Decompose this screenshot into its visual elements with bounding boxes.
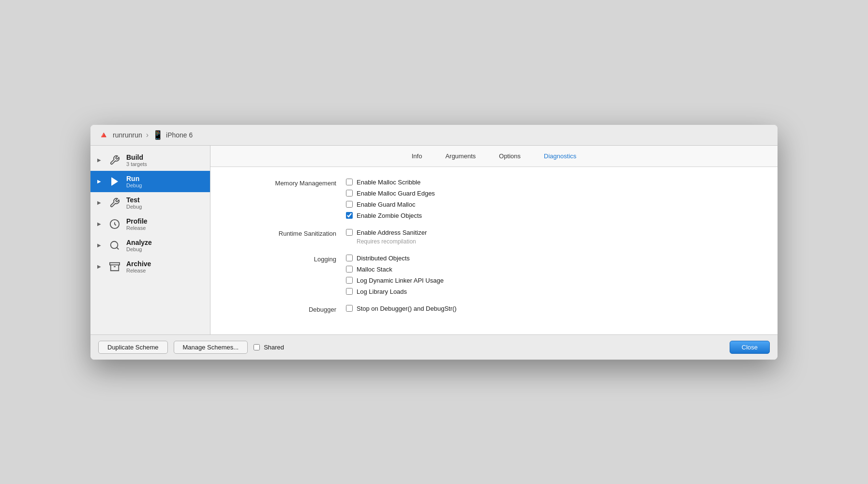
library-loads-checkbox[interactable] [346, 288, 353, 295]
distributed-objects-checkbox[interactable] [346, 255, 353, 261]
run-title: Run [126, 175, 142, 182]
debugger-label: Debugger [230, 305, 346, 313]
stop-debugger-row: Stop on Debugger() and DebugStr() [346, 305, 457, 312]
device-name: iPhone 6 [166, 131, 193, 139]
build-text: Build 3 targets [126, 153, 147, 167]
close-button[interactable]: Close [730, 341, 770, 354]
distributed-objects-label[interactable]: Distributed Objects [357, 255, 410, 262]
malloc-guard-label[interactable]: Enable Malloc Guard Edges [357, 190, 435, 197]
malloc-guard-checkbox[interactable] [346, 190, 353, 197]
svg-point-1 [111, 241, 118, 248]
sidebar-item-analyze[interactable]: ▶ Analyze Debug [90, 235, 210, 256]
expand-arrow-build: ▶ [97, 157, 103, 163]
footer: Duplicate Scheme Manage Schemes... Share… [90, 334, 778, 360]
expand-arrow-profile: ▶ [97, 221, 103, 227]
sanitization-controls: Enable Address Sanitizer Requires recomp… [346, 229, 427, 245]
zombie-objects-label[interactable]: Enable Zombie Objects [357, 212, 422, 219]
stop-debugger-checkbox[interactable] [346, 305, 353, 312]
svg-marker-0 [112, 177, 118, 185]
profile-subtitle: Release [126, 225, 148, 231]
device-icon: 📱 [152, 130, 163, 140]
titlebar: 🔺 runrunrun › 📱 iPhone 6 [90, 125, 778, 146]
address-sanitizer-label[interactable]: Enable Address Sanitizer [357, 229, 427, 236]
expand-arrow-run: ▶ [97, 179, 103, 184]
sidebar: ▶ Build 3 targets ▶ [90, 146, 210, 334]
sidebar-item-test[interactable]: ▶ Test Debug [90, 192, 210, 213]
sidebar-item-archive[interactable]: ▶ Archive Release [90, 256, 210, 277]
profile-icon [108, 217, 121, 231]
panel: Info Arguments Options Diagnostics Memor… [210, 146, 778, 334]
guard-malloc-checkbox[interactable] [346, 201, 353, 208]
address-sanitizer-checkbox[interactable] [346, 229, 353, 236]
dynamic-linker-row: Log Dynamic Linker API Usage [346, 277, 444, 284]
analyze-icon [108, 239, 121, 252]
profile-title: Profile [126, 217, 148, 225]
run-text: Run Debug [126, 175, 142, 188]
run-icon [108, 175, 121, 188]
archive-title: Archive [126, 260, 151, 268]
section-memory: Memory Management Enable Malloc Scribble… [230, 179, 758, 219]
archive-icon [108, 260, 121, 273]
expand-arrow-archive: ▶ [97, 264, 103, 269]
archive-subtitle: Release [126, 268, 151, 273]
dynamic-linker-checkbox[interactable] [346, 277, 353, 284]
logging-label: Logging [230, 255, 346, 263]
app-icon: 🔺 [98, 130, 109, 140]
malloc-stack-label[interactable]: Malloc Stack [357, 266, 392, 273]
sanitization-label: Runtime Sanitization [230, 229, 346, 237]
expand-arrow-test: ▶ [97, 200, 103, 205]
malloc-stack-checkbox[interactable] [346, 266, 353, 272]
malloc-scribble-row: Enable Malloc Scribble [346, 179, 435, 186]
section-logging: Logging Distributed Objects Malloc Stack [230, 255, 758, 295]
stop-debugger-label[interactable]: Stop on Debugger() and DebugStr() [357, 305, 457, 312]
malloc-scribble-checkbox[interactable] [346, 179, 353, 185]
debugger-controls: Stop on Debugger() and DebugStr() [346, 305, 457, 312]
guard-malloc-row: Enable Guard Malloc [346, 201, 435, 208]
tabs: Info Arguments Options Diagnostics [210, 146, 778, 167]
zombie-objects-checkbox[interactable] [346, 212, 353, 219]
tab-options[interactable]: Options [499, 151, 521, 161]
memory-controls: Enable Malloc Scribble Enable Malloc Gua… [346, 179, 435, 219]
sidebar-item-profile[interactable]: ▶ Profile Release [90, 213, 210, 235]
section-debugger: Debugger Stop on Debugger() and DebugStr… [230, 305, 758, 313]
shared-label[interactable]: Shared [264, 344, 284, 351]
tab-arguments[interactable]: Arguments [445, 151, 476, 161]
analyze-title: Analyze [126, 239, 152, 246]
shared-row: Shared [254, 344, 284, 351]
archive-text: Archive Release [126, 260, 151, 273]
guard-malloc-label[interactable]: Enable Guard Malloc [357, 201, 415, 208]
test-subtitle: Debug [126, 204, 142, 210]
sidebar-item-run[interactable]: ▶ Run Debug [90, 171, 210, 192]
zombie-objects-row: Enable Zombie Objects [346, 212, 435, 219]
svg-rect-2 [110, 262, 120, 265]
logging-controls: Distributed Objects Malloc Stack Log Dyn… [346, 255, 444, 295]
run-subtitle: Debug [126, 182, 142, 188]
manage-schemes-button[interactable]: Manage Schemes... [174, 341, 248, 354]
duplicate-scheme-button[interactable]: Duplicate Scheme [98, 341, 168, 354]
separator: › [146, 131, 149, 139]
test-text: Test Debug [126, 196, 142, 210]
main-content: ▶ Build 3 targets ▶ [90, 146, 778, 334]
build-title: Build [126, 153, 147, 161]
address-sanitizer-row: Enable Address Sanitizer [346, 229, 427, 236]
tab-diagnostics[interactable]: Diagnostics [544, 151, 576, 161]
analyze-text: Analyze Debug [126, 239, 152, 252]
expand-arrow-analyze: ▶ [97, 242, 103, 248]
scheme-dialog: 🔺 runrunrun › 📱 iPhone 6 ▶ Build 3 targe… [90, 125, 778, 360]
library-loads-label[interactable]: Log Library Loads [357, 288, 407, 295]
sidebar-item-build[interactable]: ▶ Build 3 targets [90, 150, 210, 171]
test-title: Test [126, 196, 142, 204]
malloc-scribble-label[interactable]: Enable Malloc Scribble [357, 179, 420, 186]
test-icon [108, 196, 121, 210]
shared-checkbox[interactable] [254, 344, 260, 350]
app-name: runrunrun [113, 131, 142, 139]
build-subtitle: 3 targets [126, 161, 147, 167]
build-icon [108, 153, 121, 167]
malloc-guard-row: Enable Malloc Guard Edges [346, 190, 435, 197]
panel-body: Memory Management Enable Malloc Scribble… [210, 167, 778, 334]
analyze-subtitle: Debug [126, 246, 152, 252]
tab-info[interactable]: Info [412, 151, 422, 161]
dynamic-linker-label[interactable]: Log Dynamic Linker API Usage [357, 277, 444, 284]
profile-text: Profile Release [126, 217, 148, 231]
distributed-objects-row: Distributed Objects [346, 255, 444, 262]
